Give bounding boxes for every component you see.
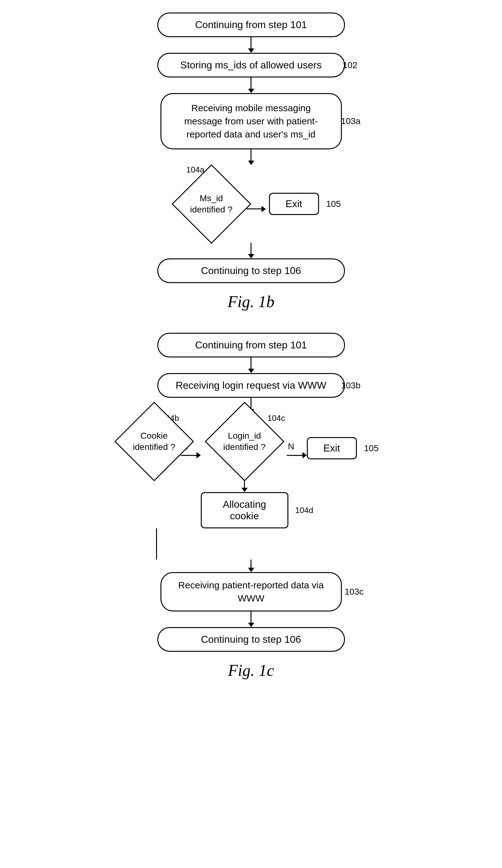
arrow-1c-4 [248,560,254,572]
fig1c-start-node: Continuing from step 101 [157,333,345,358]
fig1c-n2-label: N [288,442,305,452]
fig1c-step103c-label: Receiving patient-reported data via WWW [178,580,324,603]
fig1c-ref103c: 103c [345,587,364,597]
fig1c-left-y-arm [128,528,185,560]
fig1c-title: Fig. 1c [228,661,274,680]
fig1c-right-col: 104c Login_id identified ? Y [201,413,288,528]
fig1c-step103c-wrapper: Receiving patient-reported data via WWW … [139,572,364,611]
fig1b-diagram: Continuing from step 101 Storing ms_ids … [110,12,392,314]
fig1b-title: Fig. 1b [228,292,274,311]
fig1c-exit-label: Exit [323,442,340,454]
fig1b-start-label: Continuing from step 101 [195,19,307,30]
fig1c-n2-arrow [287,452,307,458]
fig1b-step102-label: Storing ms_ids of allowed users [180,59,322,71]
fig1c-double-diamond-section: 104b Cookie identified ? Y N [126,413,376,560]
fig1b-exit-label: Exit [285,198,302,209]
fig1b-end-node: Continuing to step 106 [157,258,345,283]
fig1c-step103c-node: Receiving patient-reported data via WWW [160,572,342,611]
fig1b-exit-node: Exit [269,193,319,215]
fig1c-left-col: 104b Cookie identified ? Y [126,413,182,479]
fig1c-step104d-label: Allocating cookie [223,499,266,521]
fig1c-exit-node: Exit [307,437,357,459]
arrow-1c-1 [248,358,254,373]
fig1c-start-label: Continuing from step 101 [195,339,307,351]
fig1b-diamond104a-wrapper: 104a Ms_id identified ? Y [183,165,240,243]
fig1b-step103a-wrapper: Receiving mobile messaging message from … [139,93,364,149]
fig1b-start-node: Continuing from step 101 [157,12,345,37]
fig1b-ref103a: 103a [341,116,360,126]
arrow-1b-4 [248,243,254,258]
fig1c-exit-wrapper: Exit 105 [307,437,357,459]
fig1b-exit-wrapper: Exit 105 [269,193,319,215]
fig1c-diamond104c-shape: Login_id identified ? [217,413,273,469]
arrow-1b-3 [248,149,254,165]
fig1b-ref104a: 104a [187,165,204,175]
fig1c-step103b-label: Receiving login request via WWW [176,380,327,391]
fig1c-merge-section [126,528,376,560]
fig1b-step102-node: Storing ms_ids of allowed users [157,53,345,78]
fig1b-diamond104a-shape: Ms_id identified ? [183,176,240,232]
fig1c-end-node: Continuing to step 106 [157,627,345,652]
fig1c-diagram: Continuing from step 101 Receiving login… [110,333,392,683]
fig1c-n1-arrow [181,452,201,458]
arrow-1c-5 [248,611,254,627]
arrow-1c-3 [241,479,248,492]
fig1c-double-diamond-row: 104b Cookie identified ? Y N [126,413,376,528]
fig1c-ref104d: 104d [295,506,313,515]
fig1b-end-label: Continuing to step 106 [201,265,301,276]
fig1c-end-label: Continuing to step 106 [201,634,301,645]
fig1c-step103b-wrapper: Receiving login request via WWW 103b [142,373,361,398]
fig1c-diamond104b-shape: Cookie identified ? [126,413,182,469]
fig1c-ref103b: 103b [341,381,360,391]
fig1b-diamond-row: 104a Ms_id identified ? Y N Exit [142,165,361,243]
fig1c-step104d-wrapper: Allocating cookie 104d [201,492,288,528]
fig1c-step103b-node: Receiving login request via WWW [157,373,345,398]
fig1c-n2-section: N [287,442,307,458]
fig1b-ref105: 105 [326,199,341,209]
fig1b-step103a-label: Receiving mobile messaging message from … [184,103,318,140]
fig1b-step102-wrapper: Storing ms_ids of allowed users 102 [142,53,361,78]
arrow-1b-1 [248,37,254,53]
fig1c-ref105: 105 [364,443,379,453]
fig1b-ref102: 102 [343,60,358,70]
fig1c-step104d-node: Allocating cookie [201,492,288,528]
arrow-1b-2 [248,78,254,93]
fig1b-step103a-node: Receiving mobile messaging message from … [160,93,342,149]
